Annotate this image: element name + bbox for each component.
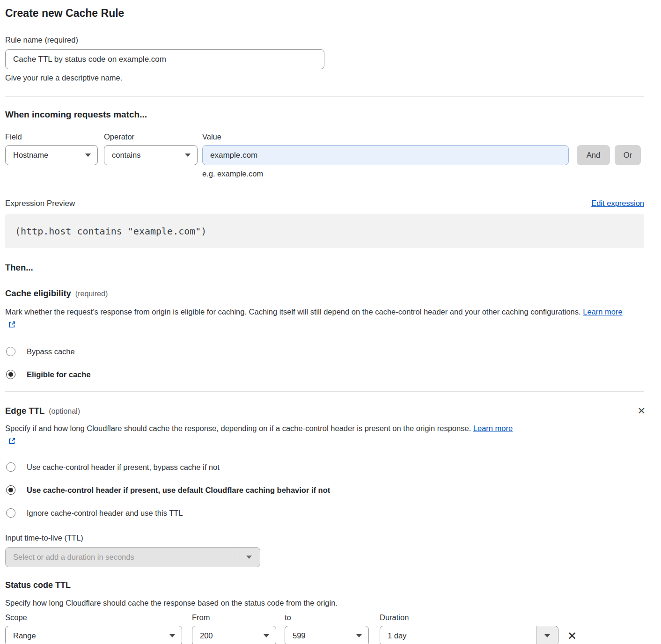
cache-eligibility-qualifier: (required) (75, 290, 108, 298)
ttl-duration-dropdown-button[interactable] (238, 548, 260, 567)
radio-label: Use cache-control header if present, byp… (27, 463, 220, 472)
edge-ttl-option-bypass[interactable]: Use cache-control header if present, byp… (6, 462, 644, 472)
section-divider (5, 391, 644, 392)
field-select-value: Hostname (13, 151, 48, 160)
radio-button[interactable] (6, 462, 15, 472)
close-icon[interactable]: ✕ (637, 406, 646, 416)
edit-expression-link[interactable]: Edit expression (591, 199, 644, 208)
external-link-icon (8, 436, 16, 449)
ttl-duration-placeholder: Select or add a duration in seconds (6, 548, 238, 567)
match-heading: When incoming requests match... (5, 110, 644, 120)
caret-down-icon (544, 634, 550, 637)
field-select[interactable]: Hostname (5, 145, 98, 165)
field-label: Field (5, 132, 104, 141)
ttl-input-label: Input time-to-live (TTL) (5, 533, 644, 542)
edge-ttl-heading: Edge TTL(optional) (5, 406, 80, 416)
caret-down-icon (356, 634, 362, 637)
edge-ttl-title: Edge TTL (5, 406, 44, 416)
radio-button[interactable] (6, 485, 15, 495)
scope-select[interactable]: Range (5, 626, 182, 644)
from-select-value: 200 (200, 631, 213, 640)
caret-down-icon (85, 154, 91, 157)
edge-ttl-option-ignore[interactable]: Ignore cache-control header and use this… (6, 508, 644, 518)
page-title: Create new Cache Rule (5, 7, 644, 20)
value-hint: e.g. example.com (202, 169, 644, 178)
scope-select-value: Range (13, 631, 36, 640)
cache-eligibility-learn-more-link[interactable]: Learn more (583, 307, 622, 316)
section-divider (5, 96, 644, 97)
edge-ttl-description-text: Specify if and how long Cloudflare shoul… (5, 424, 471, 432)
delete-row-icon[interactable]: ✕ (567, 630, 577, 642)
radio-label: Bypass cache (27, 347, 75, 356)
cache-eligibility-heading: Cache eligibility(required) (5, 288, 644, 299)
radio-button[interactable] (6, 370, 15, 379)
edge-ttl-description: Specify if and how long Cloudflare shoul… (5, 422, 520, 449)
external-link-icon (8, 319, 16, 332)
duration-value: 1 day (380, 626, 536, 644)
operator-select-value: contains (112, 151, 140, 160)
edge-ttl-qualifier: (optional) (49, 407, 80, 415)
duration-combobox[interactable]: 1 day (380, 626, 558, 644)
from-select[interactable]: 200 (192, 626, 276, 644)
eligible-for-cache-option[interactable]: Eligible for cache (6, 370, 644, 379)
expression-code-block: (http.host contains "example.com") (5, 214, 644, 248)
radio-button[interactable] (6, 508, 15, 518)
or-button[interactable]: Or (615, 145, 641, 165)
scope-label: Scope (5, 613, 192, 622)
to-select-value: 599 (293, 631, 306, 640)
rule-name-input[interactable] (5, 49, 324, 69)
edge-ttl-option-default[interactable]: Use cache-control header if present, use… (6, 485, 644, 495)
value-input[interactable] (202, 145, 569, 165)
then-heading: Then... (5, 263, 644, 273)
duration-dropdown-button[interactable] (536, 626, 558, 644)
expression-code: (http.host contains "example.com") (15, 226, 206, 237)
expression-preview-label: Expression Preview (5, 199, 75, 208)
caret-down-icon (169, 634, 175, 637)
cache-eligibility-description: Mark whether the request’s response from… (5, 305, 632, 332)
radio-label: Use cache-control header if present, use… (27, 486, 330, 495)
rule-name-helper: Give your rule a descriptive name. (5, 73, 644, 82)
to-label: to (285, 613, 380, 622)
rule-name-label: Rule name (required) (5, 35, 644, 44)
caret-down-icon (246, 556, 252, 559)
operator-label: Operator (104, 132, 202, 141)
caret-down-icon (264, 634, 269, 637)
to-select[interactable]: 599 (285, 626, 369, 644)
cache-eligibility-title: Cache eligibility (5, 288, 71, 298)
from-label: From (192, 613, 285, 622)
radio-label: Eligible for cache (27, 370, 91, 379)
status-code-ttl-description: Specify how long Cloudflare should cache… (5, 596, 644, 609)
create-cache-rule-form: Create new Cache Rule Rule name (require… (0, 0, 661, 644)
caret-down-icon (185, 154, 191, 157)
radio-button[interactable] (6, 347, 15, 356)
cache-eligibility-description-text: Mark whether the request’s response from… (5, 307, 581, 316)
value-label: Value (202, 132, 221, 141)
radio-label: Ignore cache-control header and use this… (27, 509, 183, 518)
operator-select[interactable]: contains (104, 145, 198, 165)
bypass-cache-option[interactable]: Bypass cache (6, 347, 644, 356)
edge-ttl-learn-more-link[interactable]: Learn more (473, 424, 513, 432)
and-button[interactable]: And (577, 145, 610, 165)
ttl-duration-select[interactable]: Select or add a duration in seconds (5, 547, 260, 567)
duration-label: Duration (380, 613, 409, 622)
status-code-ttl-heading: Status code TTL (5, 580, 644, 590)
